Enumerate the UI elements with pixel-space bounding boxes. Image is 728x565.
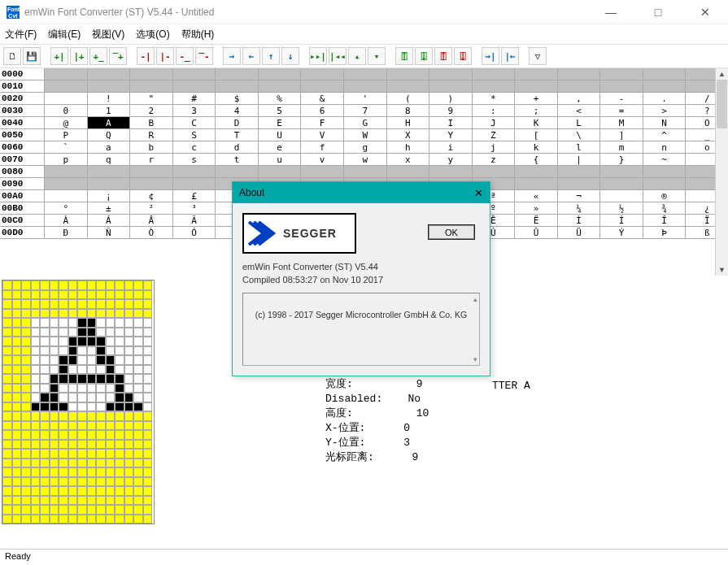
char-cell[interactable]: " [130, 93, 173, 104]
pixel[interactable] [77, 440, 87, 450]
char-cell[interactable]: ] [600, 129, 643, 141]
char-cell[interactable]: 1 [88, 105, 131, 116]
pixel[interactable] [31, 280, 41, 290]
pixel[interactable] [96, 496, 106, 506]
pixel[interactable] [77, 290, 87, 300]
shift-down-button[interactable]: ↓ [281, 47, 299, 65]
pixel[interactable] [115, 449, 124, 459]
char-cell[interactable]: 9 [429, 105, 473, 116]
char-cell[interactable]: ' [344, 93, 387, 104]
char-cell[interactable]: \ [558, 129, 601, 141]
pixel[interactable] [12, 299, 22, 309]
char-cell[interactable] [45, 178, 88, 189]
pixel[interactable] [87, 384, 97, 393]
char-cell[interactable] [600, 190, 643, 202]
shift-up-button[interactable]: ↑ [262, 47, 280, 65]
pixel[interactable] [31, 496, 41, 506]
pixel[interactable] [115, 309, 124, 319]
pixel[interactable] [50, 318, 59, 328]
char-cell[interactable] [515, 80, 558, 92]
pixel[interactable] [2, 346, 12, 356]
pixel[interactable] [106, 374, 116, 384]
pixel[interactable] [133, 430, 143, 440]
char-cell[interactable]: F [301, 117, 344, 128]
pixel[interactable] [12, 421, 22, 431]
insert-right-button[interactable]: |+ [70, 47, 88, 65]
char-cell[interactable]: d [216, 141, 259, 153]
pixel[interactable] [31, 365, 41, 375]
pixel[interactable] [31, 337, 41, 346]
char-cell[interactable]: ¼ [558, 202, 601, 214]
pixel[interactable] [40, 496, 50, 506]
char-cell[interactable]: 6 [301, 105, 344, 116]
char-cell[interactable]: Á [88, 215, 131, 226]
char-cell[interactable] [515, 166, 558, 177]
pixel[interactable] [68, 309, 78, 319]
pixel[interactable] [21, 505, 31, 515]
char-cell[interactable]: » [515, 202, 558, 214]
pixel[interactable] [50, 365, 59, 375]
char-cell[interactable]: Ý [600, 227, 643, 238]
pixel[interactable] [59, 440, 68, 450]
pixel[interactable] [12, 337, 22, 346]
char-cell[interactable] [88, 178, 131, 189]
char-cell[interactable] [473, 68, 516, 80]
pixel[interactable] [31, 309, 41, 319]
pixel[interactable] [31, 421, 41, 431]
pixel[interactable] [50, 384, 59, 393]
pixel[interactable] [143, 477, 153, 487]
pixel[interactable] [2, 486, 12, 496]
shift-left-button[interactable]: ← [242, 47, 260, 65]
pixel[interactable] [115, 355, 124, 365]
pixel[interactable] [40, 467, 50, 477]
inset-scroll-down-icon[interactable]: ▾ [473, 355, 477, 363]
pixel[interactable] [77, 393, 87, 402]
pixel[interactable] [77, 309, 87, 319]
char-cell[interactable]: ; [515, 105, 558, 116]
pixel[interactable] [40, 337, 50, 346]
pixel[interactable] [124, 496, 134, 506]
pixel[interactable] [59, 280, 68, 290]
char-cell[interactable]: G [344, 117, 387, 128]
pixel[interactable] [21, 384, 31, 393]
pixel[interactable] [77, 402, 87, 412]
pixel[interactable] [12, 402, 22, 412]
pixel[interactable] [106, 411, 116, 421]
scroll-down-icon[interactable]: ▼ [716, 264, 728, 276]
char-cell[interactable] [216, 166, 259, 177]
pixel[interactable] [2, 374, 12, 384]
shift-all-down-button[interactable]: ▾ [368, 47, 386, 65]
pixel[interactable] [143, 430, 153, 440]
pixel[interactable] [96, 365, 106, 375]
pixel[interactable] [77, 496, 87, 506]
pixel[interactable] [77, 477, 87, 487]
pixel[interactable] [106, 384, 116, 393]
pixel[interactable] [77, 486, 87, 496]
pixel[interactable] [40, 449, 50, 459]
pixel[interactable] [133, 328, 143, 337]
pixel[interactable] [31, 299, 41, 309]
pixel[interactable] [50, 421, 59, 431]
char-cell[interactable]: p [45, 154, 88, 165]
pixel[interactable] [50, 449, 59, 459]
pixel[interactable] [12, 374, 22, 384]
char-cell[interactable] [473, 166, 516, 177]
char-cell[interactable]: 7 [344, 105, 387, 116]
pixel[interactable] [106, 467, 116, 477]
pixel[interactable] [115, 496, 124, 506]
pixel[interactable] [2, 299, 12, 309]
pixel[interactable] [87, 374, 97, 384]
char-cell[interactable]: # [173, 93, 216, 104]
char-cell[interactable]: q [88, 154, 131, 165]
pixel[interactable] [21, 280, 31, 290]
char-cell[interactable]: z [473, 154, 516, 165]
pixel[interactable] [21, 290, 31, 300]
new-button[interactable]: 🗋 [3, 47, 21, 65]
pixel[interactable] [12, 318, 22, 328]
pixel[interactable] [143, 384, 153, 393]
pixel[interactable] [12, 430, 22, 440]
pixel[interactable] [59, 365, 68, 375]
pixel[interactable] [21, 337, 31, 346]
char-cell[interactable]: ¬ [558, 190, 601, 202]
pixel[interactable] [59, 290, 68, 300]
